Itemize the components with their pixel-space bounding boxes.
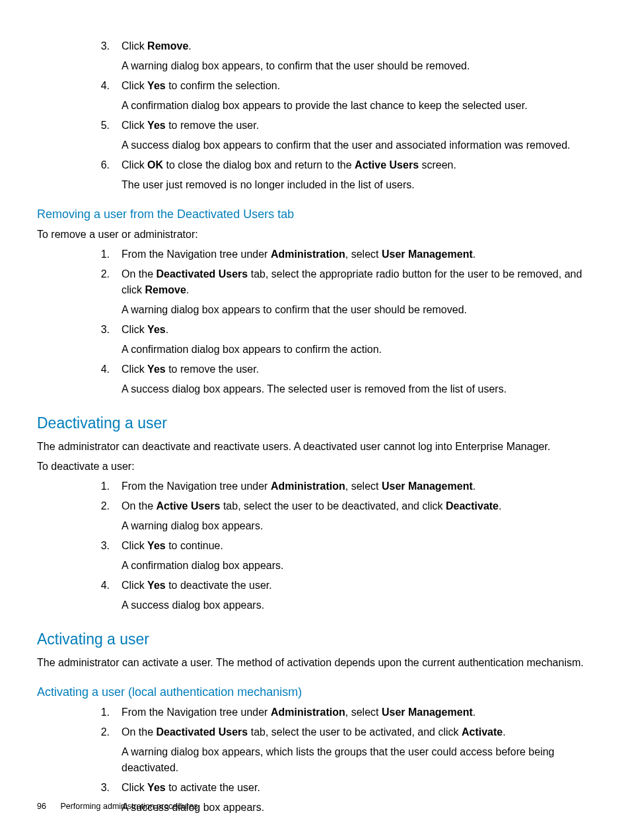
heading-remove-deactivated: Removing a user from the Deactivated Use… (37, 208, 593, 221)
list-item-text: On the Active Users tab, select the user… (122, 498, 593, 534)
top-ordered-list: 3.Click Remove.A warning dialog box appe… (86, 38, 593, 193)
list-item-line: Click Yes to activate the user. (122, 780, 593, 796)
list-item: 1.From the Navigation tree under Adminis… (86, 705, 593, 720)
list-item-line: Click Yes to deactivate the user. (122, 578, 593, 593)
list-item-line: From the Navigation tree under Administr… (122, 478, 593, 494)
list-item-text: From the Navigation tree under Administr… (122, 478, 593, 494)
heading-activating-local: Activating a user (local authentication … (37, 685, 593, 699)
list-item-text: On the Deactivated Users tab, select the… (122, 266, 593, 318)
list-item-number: 2. (86, 498, 122, 534)
list-item-line: On the Deactivated Users tab, select the… (122, 266, 593, 298)
list-item-line: Click Yes. (122, 322, 593, 338)
list-item-line: Click Yes to remove the user. (122, 118, 593, 134)
list-item-line: From the Navigation tree under Administr… (122, 705, 593, 720)
list-item-text: Click Yes to remove the user.A success d… (122, 362, 593, 397)
list-item: 3.Click Yes.A confirmation dialog box ap… (86, 322, 593, 358)
list-item: 3.Click Remove.A warning dialog box appe… (86, 38, 593, 74)
list-item-number: 5. (86, 118, 122, 153)
footer-title: Performing administration procedures (60, 802, 197, 811)
list-item: 4.Click Yes to confirm the selection.A c… (86, 78, 593, 114)
list-item-line: A confirmation dialog box appears. (122, 558, 593, 574)
list-item-line: Click Yes to remove the user. (122, 362, 593, 377)
list-item-text: Click Yes to continue.A confirmation dia… (122, 538, 593, 574)
list-item-line: Click Remove. (122, 38, 593, 54)
intro-deactivating-1: The administrator can deactivate and rea… (37, 439, 593, 455)
list-item: 1.From the Navigation tree under Adminis… (86, 247, 593, 262)
list-item: 2.On the Deactivated Users tab, select t… (86, 724, 593, 776)
list-item-text: Click Yes.A confirmation dialog box appe… (122, 322, 593, 358)
list-item-line: Click OK to close the dialog box and ret… (122, 157, 593, 173)
page-footer: 96 Performing administration procedures (37, 802, 198, 811)
heading-activating: Activating a user (37, 630, 593, 648)
heading-deactivating: Deactivating a user (37, 414, 593, 432)
list-item-text: Click Yes to remove the user.A success d… (122, 118, 593, 153)
intro-remove-deactivated: To remove a user or administrator: (37, 227, 593, 243)
list-item-line: A warning dialog box appears. (122, 518, 593, 534)
page-number: 96 (37, 802, 46, 811)
list-deactivating: 1.From the Navigation tree under Adminis… (86, 478, 593, 613)
list-item-number: 4. (86, 78, 122, 114)
list-item-line: A success dialog box appears to confirm … (122, 137, 593, 153)
list-item-line: A warning dialog box appears, to confirm… (122, 58, 593, 74)
list-item: 1.From the Navigation tree under Adminis… (86, 478, 593, 494)
list-item-number: 4. (86, 362, 122, 397)
list-item-text: Click Yes to confirm the selection.A con… (122, 78, 593, 114)
list-item-number: 1. (86, 705, 122, 720)
list-item-line: A success dialog box appears. (122, 597, 593, 613)
list-item-line: Click Yes to confirm the selection. (122, 78, 593, 94)
list-item: 2.On the Deactivated Users tab, select t… (86, 266, 593, 318)
page: 3.Click Remove.A warning dialog box appe… (0, 0, 630, 840)
list-item: 4.Click Yes to deactivate the user.A suc… (86, 578, 593, 613)
list-item-text: From the Navigation tree under Administr… (122, 705, 593, 720)
list-item-text: On the Deactivated Users tab, select the… (122, 724, 593, 776)
list-item-number: 4. (86, 578, 122, 613)
list-item-line: A confirmation dialog box appears to con… (122, 342, 593, 358)
list-item-number: 2. (86, 266, 122, 318)
list-item-line: A warning dialog box appears to confirm … (122, 302, 593, 318)
list-item-text: From the Navigation tree under Administr… (122, 247, 593, 262)
content: 3.Click Remove.A warning dialog box appe… (37, 38, 593, 816)
list-item-line: A success dialog box appears. The select… (122, 381, 593, 397)
list-item: 2.On the Active Users tab, select the us… (86, 498, 593, 534)
list-item-number: 1. (86, 478, 122, 494)
list-item-number: 3. (86, 322, 122, 358)
list-item-number: 2. (86, 724, 122, 776)
intro-activating: The administrator can activate a user. T… (37, 655, 593, 671)
list-item-number: 3. (86, 538, 122, 574)
list-item: 3.Click Yes to continue.A confirmation d… (86, 538, 593, 574)
list-activating-local: 1.From the Navigation tree under Adminis… (86, 705, 593, 816)
list-item-number: 1. (86, 247, 122, 262)
list-item-text: Click Remove.A warning dialog box appear… (122, 38, 593, 74)
intro-deactivating-2: To deactivate a user: (37, 459, 593, 475)
list-item-line: A warning dialog box appears, which list… (122, 744, 593, 776)
list-item-text: Click OK to close the dialog box and ret… (122, 157, 593, 193)
list-item: 5.Click Yes to remove the user.A success… (86, 118, 593, 153)
list-item: 6.Click OK to close the dialog box and r… (86, 157, 593, 193)
list-item-line: Click Yes to continue. (122, 538, 593, 554)
list-item-line: A confirmation dialog box appears to pro… (122, 98, 593, 114)
list-item-line: The user just removed is no longer inclu… (122, 177, 593, 193)
list-item-text: Click Yes to deactivate the user.A succe… (122, 578, 593, 613)
list-remove-deactivated: 1.From the Navigation tree under Adminis… (86, 247, 593, 397)
list-item-line: From the Navigation tree under Administr… (122, 247, 593, 262)
list-item-line: On the Deactivated Users tab, select the… (122, 724, 593, 740)
list-item-number: 6. (86, 157, 122, 193)
list-item-line: On the Active Users tab, select the user… (122, 498, 593, 514)
list-item: 4.Click Yes to remove the user.A success… (86, 362, 593, 397)
list-item-number: 3. (86, 38, 122, 74)
